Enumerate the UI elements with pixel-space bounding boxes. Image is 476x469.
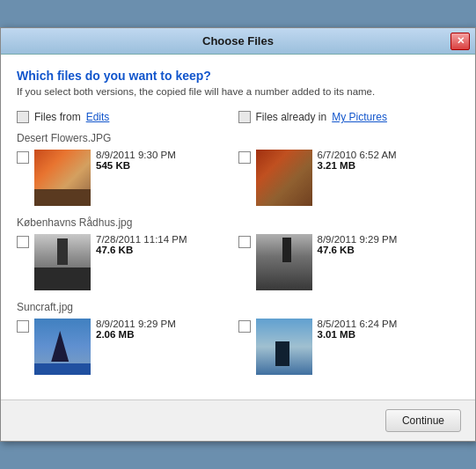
left-col-checkbox[interactable] [17,111,29,123]
choose-files-window: Choose Files ✕ Which files do you want t… [0,27,476,442]
file-name-0: Desert Flowers.JPG [17,132,459,144]
file-right-entry-0: 6/7/2010 6:52 AM3.21 MB [238,150,460,206]
file-left-entry-0: 8/9/2011 9:30 PM545 KB [17,150,238,206]
left-col-link[interactable]: Edits [86,111,110,123]
file-row-2: 8/9/2011 9:29 PM2.06 MB8/5/2011 6:24 PM3… [17,319,459,375]
file-name-1: Københavns Rådhus.jpg [17,216,459,229]
subtitle-text: If you select both versions, the copied … [17,86,459,97]
file-left-info-1: 7/28/2011 11:14 PM47.6 KB [96,234,187,255]
file-left-date-1: 7/28/2011 11:14 PM [96,234,187,245]
file-right-thumb-1 [256,234,312,290]
file-right-thumb-0 [256,150,312,206]
file-left-info-0: 8/9/2011 9:30 PM545 KB [96,150,176,171]
window-title: Choose Files [26,34,450,48]
file-left-date-0: 8/9/2011 9:30 PM [96,150,176,160]
file-left-thumb-0 [34,150,91,206]
content-area: Which files do you want to keep? If you … [1,55,475,399]
file-left-info-2: 8/9/2011 9:29 PM2.06 MB [96,319,176,340]
file-group-1: Københavns Rådhus.jpg7/28/2011 11:14 PM4… [17,216,459,290]
file-row-1: 7/28/2011 11:14 PM47.6 KB8/9/2011 9:29 P… [17,234,459,290]
left-col-prefix: Files from [34,111,81,123]
right-col-prefix: Files already in [256,111,327,123]
file-left-thumb-1 [34,234,91,290]
file-right-entry-2: 8/5/2011 6:24 PM3.01 MB [238,319,460,375]
file-left-entry-1: 7/28/2011 11:14 PM47.6 KB [17,234,238,290]
file-left-size-2: 2.06 MB [96,329,176,340]
file-right-date-0: 6/7/2010 6:52 AM [318,150,397,160]
file-right-size-0: 3.21 MB [318,160,397,171]
file-left-entry-2: 8/9/2011 9:29 PM2.06 MB [17,319,238,375]
right-col-link[interactable]: My Pictures [332,111,387,123]
continue-button[interactable]: Continue [385,409,461,432]
close-button[interactable]: ✕ [450,33,470,50]
left-column-header: Files from Edits [17,111,238,123]
file-left-date-2: 8/9/2011 9:29 PM [96,319,176,329]
file-right-checkbox-1[interactable] [238,236,251,248]
file-row-0: 8/9/2011 9:30 PM545 KB6/7/2010 6:52 AM3.… [17,150,459,206]
file-right-checkbox-2[interactable] [238,320,251,333]
file-left-checkbox-2[interactable] [17,320,29,333]
file-group-2: Suncraft.jpg8/9/2011 9:29 PM2.06 MB8/5/2… [17,301,459,375]
file-left-size-1: 47.6 KB [96,245,187,255]
file-right-date-1: 8/9/2011 9:29 PM [318,234,398,245]
right-column-header: Files already in My Pictures [238,111,460,123]
file-left-size-0: 545 KB [96,160,176,171]
file-right-info-2: 8/5/2011 6:24 PM3.01 MB [318,319,398,340]
file-name-2: Suncraft.jpg [17,301,459,313]
file-group-0: Desert Flowers.JPG8/9/2011 9:30 PM545 KB… [17,132,459,206]
file-left-checkbox-1[interactable] [17,236,29,248]
window-controls: ✕ [450,33,470,50]
file-right-thumb-2 [256,319,312,375]
file-right-info-1: 8/9/2011 9:29 PM47.6 KB [318,234,398,255]
file-right-entry-1: 8/9/2011 9:29 PM47.6 KB [238,234,460,290]
file-right-size-1: 47.6 KB [318,245,398,255]
file-left-thumb-2 [34,319,91,375]
file-right-checkbox-0[interactable] [238,151,251,164]
file-right-size-2: 3.01 MB [318,329,398,340]
file-left-checkbox-0[interactable] [17,151,29,164]
question-header: Which files do you want to keep? [17,69,459,83]
title-bar: Choose Files ✕ [1,28,475,55]
file-right-info-0: 6/7/2010 6:52 AM3.21 MB [318,150,397,171]
footer: Continue [1,399,475,441]
column-headers: Files from Edits Files already in My Pic… [17,111,459,123]
file-groups: Desert Flowers.JPG8/9/2011 9:30 PM545 KB… [17,132,459,375]
right-col-checkbox[interactable] [238,111,251,123]
file-right-date-2: 8/5/2011 6:24 PM [318,319,398,329]
